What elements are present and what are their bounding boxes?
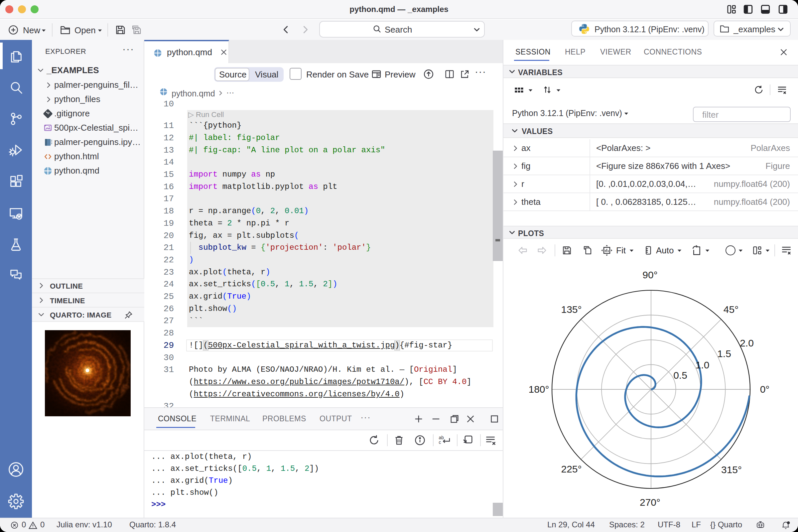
svg-text:45°: 45° <box>723 304 739 315</box>
svg-text:2.0: 2.0 <box>740 338 754 348</box>
svg-text:135°: 135° <box>561 304 582 315</box>
svg-text:1.5: 1.5 <box>717 348 731 359</box>
svg-text:0.5: 0.5 <box>673 370 687 381</box>
svg-text:1.0: 1.0 <box>696 359 709 370</box>
svg-text:270°: 270° <box>640 497 660 508</box>
svg-text:90°: 90° <box>642 269 657 280</box>
svg-text:c: c <box>439 440 441 445</box>
svg-text:0°: 0° <box>760 384 770 395</box>
svg-text:180°: 180° <box>528 384 549 395</box>
svg-text:225°: 225° <box>561 463 582 474</box>
svg-text:315°: 315° <box>721 464 742 475</box>
